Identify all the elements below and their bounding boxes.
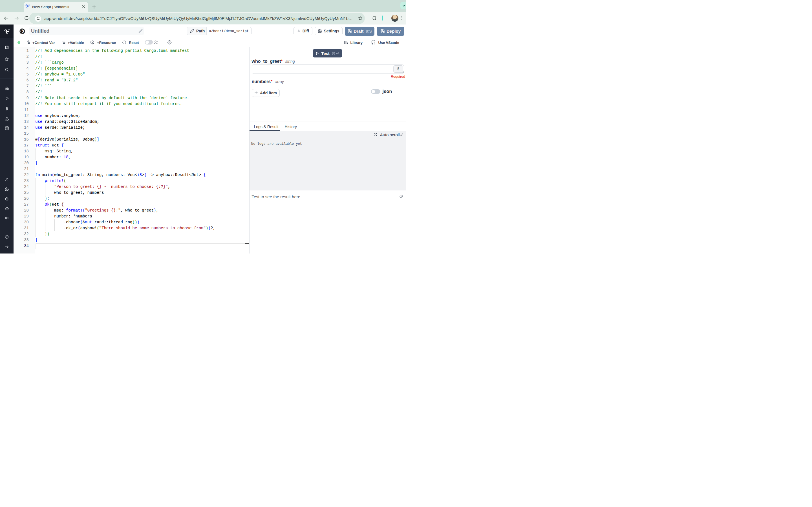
svg-text:R: R	[21, 29, 24, 33]
